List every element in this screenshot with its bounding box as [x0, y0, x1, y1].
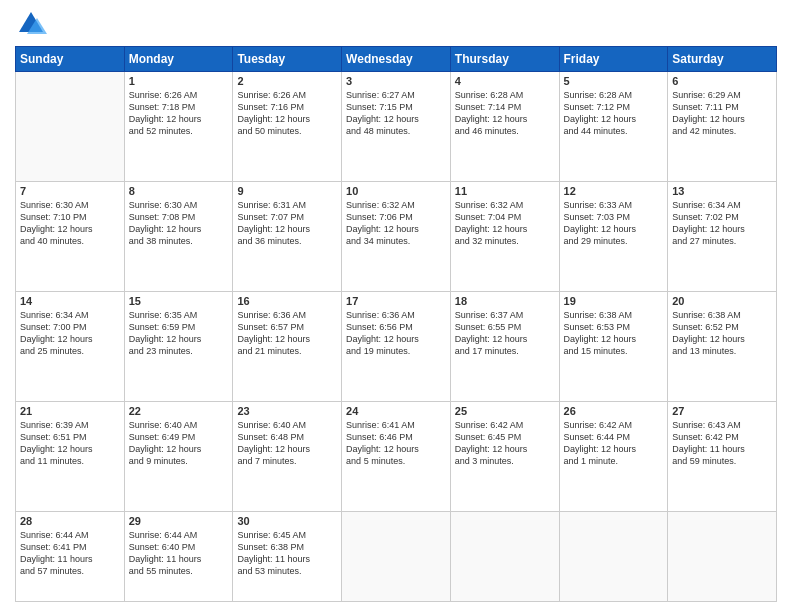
- weekday-header-friday: Friday: [559, 47, 668, 72]
- day-info: Sunrise: 6:31 AMSunset: 7:07 PMDaylight:…: [237, 199, 337, 248]
- day-number: 16: [237, 295, 337, 307]
- day-number: 28: [20, 515, 120, 527]
- calendar-cell: 17Sunrise: 6:36 AMSunset: 6:56 PMDayligh…: [342, 292, 451, 402]
- day-info: Sunrise: 6:34 AMSunset: 7:00 PMDaylight:…: [20, 309, 120, 358]
- weekday-header-tuesday: Tuesday: [233, 47, 342, 72]
- calendar-cell: 23Sunrise: 6:40 AMSunset: 6:48 PMDayligh…: [233, 402, 342, 512]
- day-info: Sunrise: 6:27 AMSunset: 7:15 PMDaylight:…: [346, 89, 446, 138]
- day-info: Sunrise: 6:40 AMSunset: 6:49 PMDaylight:…: [129, 419, 229, 468]
- calendar-cell: [559, 512, 668, 602]
- calendar-cell: 4Sunrise: 6:28 AMSunset: 7:14 PMDaylight…: [450, 72, 559, 182]
- day-number: 19: [564, 295, 664, 307]
- calendar-cell: 3Sunrise: 6:27 AMSunset: 7:15 PMDaylight…: [342, 72, 451, 182]
- calendar-cell: [16, 72, 125, 182]
- day-number: 27: [672, 405, 772, 417]
- day-number: 20: [672, 295, 772, 307]
- day-info: Sunrise: 6:38 AMSunset: 6:52 PMDaylight:…: [672, 309, 772, 358]
- day-info: Sunrise: 6:44 AMSunset: 6:40 PMDaylight:…: [129, 529, 229, 578]
- calendar-cell: 25Sunrise: 6:42 AMSunset: 6:45 PMDayligh…: [450, 402, 559, 512]
- calendar-cell: 30Sunrise: 6:45 AMSunset: 6:38 PMDayligh…: [233, 512, 342, 602]
- day-info: Sunrise: 6:32 AMSunset: 7:06 PMDaylight:…: [346, 199, 446, 248]
- day-info: Sunrise: 6:33 AMSunset: 7:03 PMDaylight:…: [564, 199, 664, 248]
- day-number: 4: [455, 75, 555, 87]
- day-info: Sunrise: 6:41 AMSunset: 6:46 PMDaylight:…: [346, 419, 446, 468]
- week-row-3: 14Sunrise: 6:34 AMSunset: 7:00 PMDayligh…: [16, 292, 777, 402]
- calendar-cell: 21Sunrise: 6:39 AMSunset: 6:51 PMDayligh…: [16, 402, 125, 512]
- day-info: Sunrise: 6:39 AMSunset: 6:51 PMDaylight:…: [20, 419, 120, 468]
- calendar-cell: 10Sunrise: 6:32 AMSunset: 7:06 PMDayligh…: [342, 182, 451, 292]
- weekday-header-wednesday: Wednesday: [342, 47, 451, 72]
- day-number: 21: [20, 405, 120, 417]
- day-number: 14: [20, 295, 120, 307]
- day-number: 2: [237, 75, 337, 87]
- week-row-1: 1Sunrise: 6:26 AMSunset: 7:18 PMDaylight…: [16, 72, 777, 182]
- calendar-cell: 16Sunrise: 6:36 AMSunset: 6:57 PMDayligh…: [233, 292, 342, 402]
- day-number: 29: [129, 515, 229, 527]
- day-info: Sunrise: 6:26 AMSunset: 7:18 PMDaylight:…: [129, 89, 229, 138]
- calendar-cell: 6Sunrise: 6:29 AMSunset: 7:11 PMDaylight…: [668, 72, 777, 182]
- calendar-cell: [342, 512, 451, 602]
- day-number: 23: [237, 405, 337, 417]
- weekday-header-saturday: Saturday: [668, 47, 777, 72]
- day-info: Sunrise: 6:36 AMSunset: 6:57 PMDaylight:…: [237, 309, 337, 358]
- day-number: 5: [564, 75, 664, 87]
- day-number: 15: [129, 295, 229, 307]
- week-row-2: 7Sunrise: 6:30 AMSunset: 7:10 PMDaylight…: [16, 182, 777, 292]
- calendar-cell: 27Sunrise: 6:43 AMSunset: 6:42 PMDayligh…: [668, 402, 777, 512]
- calendar-cell: 14Sunrise: 6:34 AMSunset: 7:00 PMDayligh…: [16, 292, 125, 402]
- day-number: 22: [129, 405, 229, 417]
- weekday-header-thursday: Thursday: [450, 47, 559, 72]
- day-info: Sunrise: 6:26 AMSunset: 7:16 PMDaylight:…: [237, 89, 337, 138]
- calendar-cell: 9Sunrise: 6:31 AMSunset: 7:07 PMDaylight…: [233, 182, 342, 292]
- day-info: Sunrise: 6:45 AMSunset: 6:38 PMDaylight:…: [237, 529, 337, 578]
- calendar-cell: 2Sunrise: 6:26 AMSunset: 7:16 PMDaylight…: [233, 72, 342, 182]
- day-number: 13: [672, 185, 772, 197]
- day-number: 7: [20, 185, 120, 197]
- calendar-cell: 29Sunrise: 6:44 AMSunset: 6:40 PMDayligh…: [124, 512, 233, 602]
- day-number: 11: [455, 185, 555, 197]
- calendar-cell: 8Sunrise: 6:30 AMSunset: 7:08 PMDaylight…: [124, 182, 233, 292]
- day-number: 6: [672, 75, 772, 87]
- day-number: 10: [346, 185, 446, 197]
- calendar-cell: 1Sunrise: 6:26 AMSunset: 7:18 PMDaylight…: [124, 72, 233, 182]
- day-info: Sunrise: 6:35 AMSunset: 6:59 PMDaylight:…: [129, 309, 229, 358]
- calendar-cell: 19Sunrise: 6:38 AMSunset: 6:53 PMDayligh…: [559, 292, 668, 402]
- day-info: Sunrise: 6:44 AMSunset: 6:41 PMDaylight:…: [20, 529, 120, 578]
- calendar-cell: 26Sunrise: 6:42 AMSunset: 6:44 PMDayligh…: [559, 402, 668, 512]
- day-number: 8: [129, 185, 229, 197]
- calendar-table: SundayMondayTuesdayWednesdayThursdayFrid…: [15, 46, 777, 602]
- calendar-cell: [450, 512, 559, 602]
- day-number: 24: [346, 405, 446, 417]
- day-info: Sunrise: 6:28 AMSunset: 7:14 PMDaylight:…: [455, 89, 555, 138]
- logo-icon: [15, 10, 47, 38]
- calendar-cell: 24Sunrise: 6:41 AMSunset: 6:46 PMDayligh…: [342, 402, 451, 512]
- calendar-cell: 20Sunrise: 6:38 AMSunset: 6:52 PMDayligh…: [668, 292, 777, 402]
- day-info: Sunrise: 6:34 AMSunset: 7:02 PMDaylight:…: [672, 199, 772, 248]
- day-number: 1: [129, 75, 229, 87]
- day-number: 30: [237, 515, 337, 527]
- day-number: 9: [237, 185, 337, 197]
- calendar-cell: 15Sunrise: 6:35 AMSunset: 6:59 PMDayligh…: [124, 292, 233, 402]
- header: [15, 10, 777, 38]
- calendar-cell: 7Sunrise: 6:30 AMSunset: 7:10 PMDaylight…: [16, 182, 125, 292]
- weekday-header-monday: Monday: [124, 47, 233, 72]
- calendar-cell: 18Sunrise: 6:37 AMSunset: 6:55 PMDayligh…: [450, 292, 559, 402]
- day-info: Sunrise: 6:30 AMSunset: 7:10 PMDaylight:…: [20, 199, 120, 248]
- day-number: 12: [564, 185, 664, 197]
- day-info: Sunrise: 6:36 AMSunset: 6:56 PMDaylight:…: [346, 309, 446, 358]
- weekday-header-sunday: Sunday: [16, 47, 125, 72]
- logo: [15, 10, 51, 38]
- day-info: Sunrise: 6:30 AMSunset: 7:08 PMDaylight:…: [129, 199, 229, 248]
- day-number: 17: [346, 295, 446, 307]
- calendar-cell: 22Sunrise: 6:40 AMSunset: 6:49 PMDayligh…: [124, 402, 233, 512]
- calendar-cell: [668, 512, 777, 602]
- calendar-cell: 11Sunrise: 6:32 AMSunset: 7:04 PMDayligh…: [450, 182, 559, 292]
- day-info: Sunrise: 6:32 AMSunset: 7:04 PMDaylight:…: [455, 199, 555, 248]
- day-number: 25: [455, 405, 555, 417]
- day-number: 18: [455, 295, 555, 307]
- day-info: Sunrise: 6:40 AMSunset: 6:48 PMDaylight:…: [237, 419, 337, 468]
- day-info: Sunrise: 6:28 AMSunset: 7:12 PMDaylight:…: [564, 89, 664, 138]
- week-row-4: 21Sunrise: 6:39 AMSunset: 6:51 PMDayligh…: [16, 402, 777, 512]
- day-info: Sunrise: 6:29 AMSunset: 7:11 PMDaylight:…: [672, 89, 772, 138]
- day-info: Sunrise: 6:37 AMSunset: 6:55 PMDaylight:…: [455, 309, 555, 358]
